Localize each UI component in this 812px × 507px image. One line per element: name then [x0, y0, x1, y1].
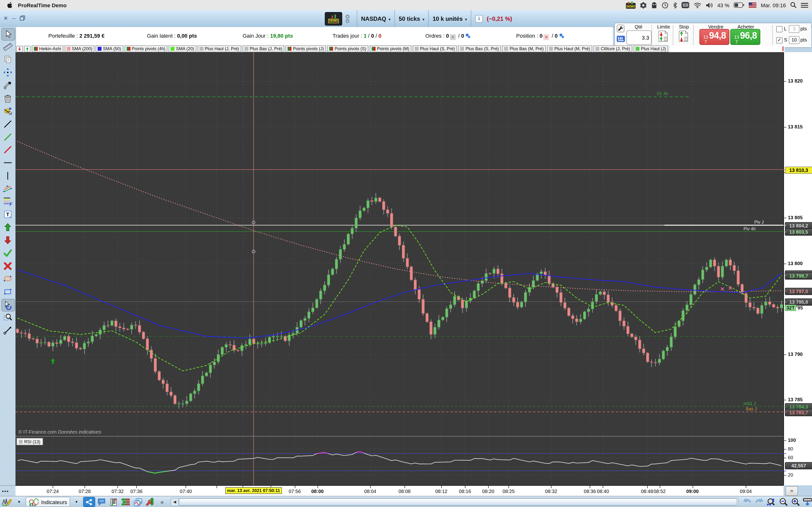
indicator-tag[interactable]: SMA (50): [96, 45, 123, 52]
undo-button[interactable]: [742, 497, 753, 507]
search-icon[interactable]: [790, 2, 797, 8]
menu-clock[interactable]: Mar. 09:16: [761, 2, 786, 8]
indicator-tag[interactable]: SMA (20): [169, 45, 196, 52]
alert-bell-tool[interactable]: [1, 105, 14, 117]
orders-settings-icon[interactable]: [465, 33, 471, 39]
line-green-tool[interactable]: [1, 131, 14, 143]
line-red-tool[interactable]: [1, 144, 14, 156]
redo-button[interactable]: [754, 497, 765, 507]
cursor-tool[interactable]: [1, 28, 15, 41]
bluetooth-icon[interactable]: [673, 2, 677, 8]
keyboard-viewer-icon[interactable]: [681, 2, 689, 8]
indicator-tag[interactable]: Plus Haut (S, Pré): [413, 45, 457, 52]
text-tool[interactable]: T: [1, 209, 14, 220]
qty-input[interactable]: [626, 31, 652, 45]
apple-icon[interactable]: [7, 2, 13, 8]
ellipse-tool[interactable]: [1, 273, 14, 285]
sell-doc-icon[interactable]: [16, 46, 23, 52]
restore-window-icon[interactable]: [20, 15, 26, 21]
cross-tool[interactable]: [1, 260, 14, 272]
time-axis[interactable]: 07:2407:2807:3207:3607:4007:5608:0008:04…: [15, 485, 783, 496]
buy-doc-icon[interactable]: [24, 46, 31, 52]
close-position-icon[interactable]: ✕: [544, 34, 549, 40]
draw-tool-caret[interactable]: ▾: [13, 497, 24, 507]
scrollbar-thumb[interactable]: [179, 498, 737, 506]
channel-tool[interactable]: [1, 183, 14, 194]
scroll-forward-button[interactable]: »: [785, 486, 798, 496]
indicator-tag[interactable]: Plus Haut (J): [633, 45, 668, 52]
demo-badge-icon[interactable]: DEMO: [626, 1, 636, 9]
share-button[interactable]: [83, 497, 95, 507]
indicator-tag[interactable]: Points pivots (J): [286, 45, 326, 52]
vertical-line-tool[interactable]: [1, 170, 14, 181]
collapse-toolbar-button[interactable]: «: [157, 497, 168, 507]
time-axis-more[interactable]: •••: [0, 485, 17, 496]
cancel-orders-icon[interactable]: ✕: [450, 34, 456, 40]
indicator-tag[interactable]: Plus Bas (J, Pré): [242, 45, 284, 52]
line-black-tool[interactable]: [1, 118, 14, 130]
fibonacci-tool[interactable]: F: [1, 195, 14, 207]
price-axis[interactable]: 13 82013 81513 81013 80513 80013 79013 7…: [783, 52, 812, 485]
duplicate-chart-button[interactable]: [133, 497, 144, 507]
indicator-tag[interactable]: Clôture (J, Pré): [594, 45, 632, 52]
zoom-out-button[interactable]: [778, 497, 789, 507]
limit-offset-value[interactable]: 3: [789, 25, 800, 33]
stop-offset-value[interactable]: 10: [789, 36, 800, 44]
indicator-tag[interactable]: Plus Haut (M, Pré): [547, 45, 592, 52]
order-config-button[interactable]: [145, 497, 156, 507]
indicator-tag[interactable]: SMA (200): [64, 45, 94, 52]
time-machine-icon[interactable]: [662, 2, 668, 8]
quantity-select[interactable]: 10 k unités▾: [433, 15, 467, 22]
copy-tool[interactable]: [1, 54, 14, 65]
zoom-in-button[interactable]: [790, 497, 801, 507]
settings-tools-tool[interactable]: [1, 80, 14, 91]
timeframe-select[interactable]: 50 ticks▾: [399, 15, 424, 22]
stop-order-icon[interactable]: [678, 31, 689, 44]
wifi-icon[interactable]: [694, 2, 701, 8]
indicator-tag[interactable]: Plus Haut (J, Pré): [197, 45, 241, 52]
control-list-icon[interactable]: [801, 2, 808, 8]
limit-checkbox[interactable]: [776, 26, 782, 32]
volume-icon[interactable]: [706, 2, 713, 8]
horizontal-line-tool[interactable]: [1, 157, 14, 169]
cursor-rotate-tool[interactable]: [1, 299, 15, 311]
rsi-chart-canvas[interactable]: [15, 437, 783, 485]
info-icon[interactable]: i: [475, 15, 483, 22]
rsi-panel[interactable]: RSI (13): [15, 437, 783, 485]
measure-arrow-tool[interactable]: [1, 325, 14, 336]
indicator-tag[interactable]: Heikin-Ashi: [32, 45, 63, 52]
stop-checkbox[interactable]: ✓: [776, 37, 782, 44]
indicators-caret[interactable]: ▾: [71, 497, 82, 507]
keyboard-order-icon[interactable]: [617, 36, 625, 42]
limit-order-icon[interactable]: [658, 31, 669, 44]
indicator-tag[interactable]: Points pivots (S): [327, 45, 368, 52]
trash-tool[interactable]: [1, 93, 14, 104]
move-tool[interactable]: [1, 67, 14, 78]
ruler-tool[interactable]: [1, 41, 14, 52]
minimize-window-icon[interactable]: ─: [12, 15, 16, 21]
indicator-tag[interactable]: Plus Bas (M, Pré): [502, 45, 546, 52]
indicator-tag[interactable]: Points pivots (M): [369, 45, 411, 52]
sell-button[interactable]: 13 794,8: [699, 29, 729, 45]
report-button[interactable]: [108, 497, 119, 507]
antivirus-icon[interactable]: [640, 2, 647, 8]
instrument-select[interactable]: NASDAQ▾: [361, 15, 391, 22]
dock-panel-button[interactable]: [802, 497, 812, 507]
chart-scrollbar[interactable]: ◀: [170, 498, 739, 506]
order-settings-icon[interactable]: [617, 24, 624, 32]
orders-log-button[interactable]: [120, 497, 132, 507]
close-window-icon[interactable]: ×: [4, 14, 7, 22]
position-settings-icon[interactable]: [559, 33, 564, 39]
check-tool[interactable]: [1, 247, 14, 259]
indicators-button[interactable]: Indicateurs: [26, 497, 70, 507]
us-flag-icon[interactable]: [749, 2, 756, 8]
indicator-tag[interactable]: Points pivots (4h): [124, 45, 167, 52]
app-title[interactable]: ProRealTime Demo: [18, 2, 66, 8]
zoom-fit-button[interactable]: [766, 497, 777, 507]
rsi-indicator-tag[interactable]: RSI (13): [16, 438, 43, 445]
assistant-icon[interactable]: [651, 2, 657, 8]
draw-tool-button[interactable]: [1, 497, 12, 507]
indicator-tag[interactable]: Plus Bas (S, Pré): [458, 45, 501, 52]
link-windows-icon[interactable]: [345, 14, 350, 23]
buy-button[interactable]: 13 796,8: [730, 29, 760, 45]
